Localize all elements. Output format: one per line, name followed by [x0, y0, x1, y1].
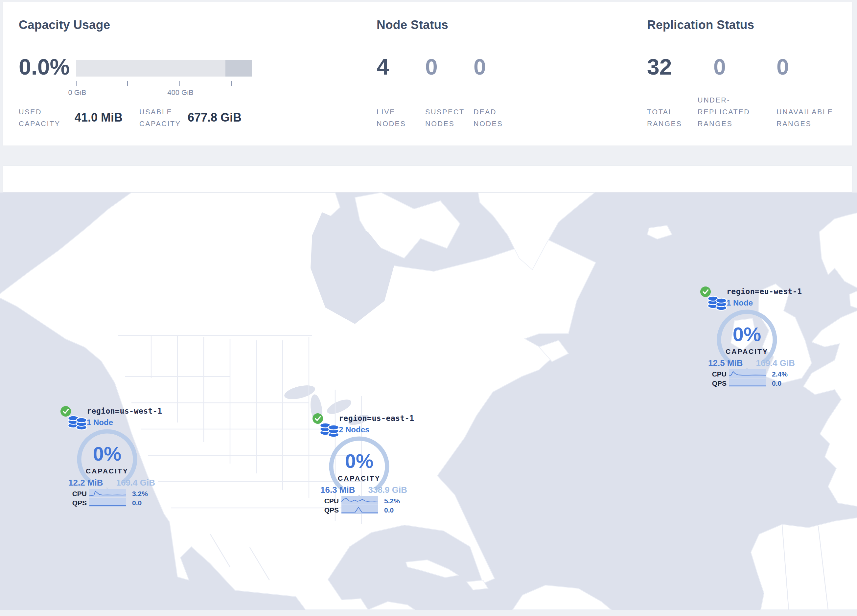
- capacity-usage-bar-segment: [226, 60, 252, 77]
- cpu-metric-row: CPU 3.2%: [59, 489, 158, 498]
- qps-metric-row: QPS 0.0: [311, 505, 410, 514]
- total-ranges-label: TOTAL RANGES: [647, 106, 688, 130]
- under-replicated-count: 0: [713, 56, 726, 78]
- capacity-percent: 0%: [324, 451, 394, 471]
- qps-metric-row: QPS 0.0: [699, 378, 798, 388]
- capacity-axis-label-0: 0 GiB: [68, 88, 86, 97]
- qps-value: 0.0: [772, 380, 781, 388]
- used-capacity-label: USED CAPACITY: [19, 106, 70, 130]
- unavailable-count: 0: [777, 56, 789, 78]
- capacity-percent: 0%: [72, 444, 142, 464]
- qps-sparkline: [342, 505, 378, 514]
- capacity-label: CAPACITY: [324, 474, 394, 482]
- capacity-label: CAPACITY: [72, 467, 142, 475]
- qps-sparkline: [90, 498, 126, 506]
- usable-capacity-value: 677.8 GiB: [188, 111, 241, 125]
- capacity-axis-tick: [179, 81, 180, 86]
- capacity-percent: 0%: [712, 324, 782, 344]
- cpu-label: CPU: [59, 490, 87, 498]
- cpu-sparkline: [729, 369, 766, 378]
- cpu-metric-row: CPU 2.4%: [699, 369, 798, 378]
- cpu-value: 5.2%: [384, 497, 400, 505]
- dead-nodes-label: DEAD NODES: [473, 106, 510, 130]
- region-label: region=eu-west-1: [727, 287, 802, 296]
- cpu-value: 2.4%: [772, 370, 788, 378]
- suspect-nodes-label: SUSPECT NODES: [425, 106, 470, 130]
- node-status-title: Node Status: [377, 18, 448, 32]
- capacity-usage-percent: 0.0%: [19, 56, 70, 78]
- cpu-metric-row: CPU 5.2%: [311, 496, 410, 505]
- dead-nodes-count: 0: [473, 56, 486, 78]
- region-label: region=us-west-1: [87, 407, 162, 415]
- region-marker-eu-west-1[interactable]: region=eu-west-1 1 Node 0% CAPACITY 12.5…: [699, 285, 798, 394]
- qps-value: 0.0: [384, 506, 394, 514]
- qps-value: 0.0: [132, 499, 142, 507]
- region-marker-us-west-1[interactable]: region=us-west-1 1 Node 0% CAPACITY 12.2…: [59, 405, 158, 513]
- cpu-sparkline: [342, 496, 378, 505]
- capacity-axis-tick: [231, 81, 232, 86]
- live-nodes-count: 4: [377, 56, 389, 78]
- used-capacity-value: 41.0 MiB: [74, 111, 122, 125]
- capacity-label: CAPACITY: [712, 347, 782, 355]
- total-ranges-count: 32: [647, 56, 672, 78]
- replication-status-title: Replication Status: [647, 18, 754, 32]
- suspect-nodes-count: 0: [425, 56, 438, 78]
- qps-metric-row: QPS 0.0: [59, 498, 158, 507]
- capacity-axis-label-400: 400 GiB: [167, 88, 193, 97]
- capacity-axis-tick: [127, 81, 128, 86]
- map-toolbar: Node Map ▼ Cluster 10m Past 10 Minutes N…: [3, 165, 852, 193]
- node-map-canvas: [0, 193, 857, 610]
- unavailable-label: UNAVAILABLE RANGES: [777, 106, 837, 130]
- live-nodes-label: LIVE NODES: [377, 106, 413, 130]
- capacity-usage-title: Capacity Usage: [19, 18, 110, 32]
- region-marker-us-east-1[interactable]: region=us-east-1 2 Nodes 0% CAPACITY 16.…: [311, 412, 410, 520]
- world-map: [0, 193, 857, 610]
- qps-sparkline: [729, 378, 766, 387]
- under-replicated-label: UNDER-REPLICATED RANGES: [698, 94, 752, 130]
- qps-label: QPS: [699, 380, 727, 388]
- cpu-value: 3.2%: [132, 490, 148, 498]
- cluster-summary-panel: Capacity Usage 0.0% 0 GiB 400 GiB USED C…: [3, 2, 852, 146]
- cpu-label: CPU: [311, 497, 339, 505]
- capacity-usage-bar: [76, 60, 252, 77]
- qps-label: QPS: [311, 506, 339, 514]
- capacity-axis-tick: [76, 81, 77, 86]
- region-label: region=us-east-1: [339, 414, 415, 423]
- cpu-label: CPU: [699, 370, 727, 378]
- usable-capacity-label: USABLE CAPACITY: [139, 106, 192, 130]
- cpu-sparkline: [90, 489, 126, 497]
- qps-label: QPS: [59, 499, 87, 507]
